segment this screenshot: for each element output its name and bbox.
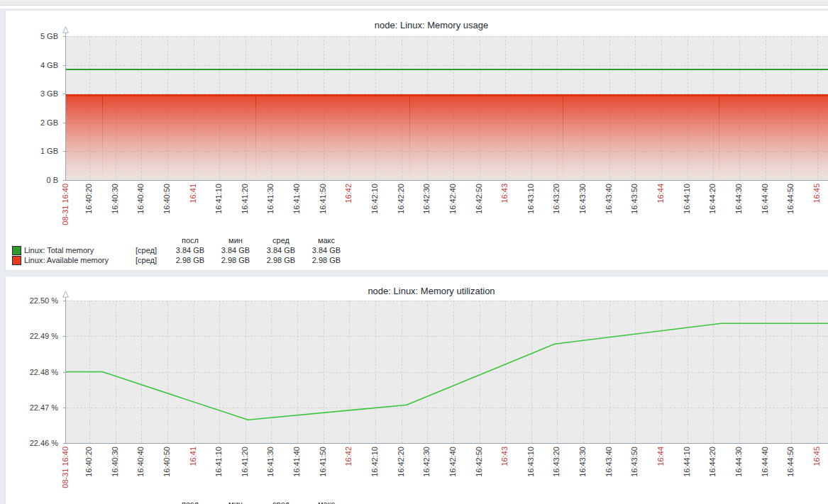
y-tick-label: 3 GB bbox=[6, 89, 58, 98]
x-tick-label: 16:45 bbox=[812, 184, 822, 203]
y-axis-tick bbox=[63, 36, 66, 37]
graph-widget-memory-utilization: node: Linux: Memory utilization послминс… bbox=[5, 276, 828, 504]
page-top-strip bbox=[0, 6, 828, 9]
x-tick-label: 16:42:50 bbox=[475, 184, 484, 214]
y-tick-label: 5 GB bbox=[6, 32, 58, 40]
chart-title: node: Linux: Memory usage bbox=[6, 20, 828, 30]
legend-value: 3.84 GB bbox=[213, 246, 258, 254]
x-tick-label: 16:44 bbox=[656, 447, 666, 466]
legend: послминсредмакс bbox=[6, 499, 828, 504]
y-tick-label: 22.49 % bbox=[6, 332, 58, 340]
x-tick-label: 16:44:50 bbox=[786, 447, 795, 477]
legend-value: 3.84 GB bbox=[167, 246, 213, 254]
legend-header-row: послминсредмакс bbox=[6, 235, 828, 245]
x-tick-label: 16:41:40 bbox=[292, 184, 302, 214]
x-tick-label: 16:44:30 bbox=[734, 184, 744, 214]
x-tick-label: 16:43:50 bbox=[630, 184, 639, 214]
y-axis-tick bbox=[63, 408, 66, 408]
y-axis-tick bbox=[63, 301, 66, 301]
x-tick-label: 16:41:20 bbox=[241, 184, 250, 214]
legend-column-header: посл bbox=[167, 500, 213, 504]
x-tick-label: 16:42 bbox=[344, 184, 353, 203]
legend-header-row: послминсредмакс bbox=[6, 499, 828, 504]
x-tick-label: 16:42:40 bbox=[448, 184, 458, 214]
x-tick-label: 16:41 bbox=[189, 447, 198, 466]
x-tick-label: 16:42 bbox=[344, 447, 353, 466]
x-tick-label: 16:42:50 bbox=[475, 447, 484, 477]
x-tick-label: 16:44:20 bbox=[708, 184, 717, 214]
plot-area[interactable] bbox=[66, 301, 828, 443]
x-tick-label: 16:41:40 bbox=[292, 447, 302, 477]
x-tick-label: 16:41:20 bbox=[241, 447, 250, 477]
x-tick-label: 16:43:30 bbox=[578, 184, 587, 214]
x-tick-label: 16:44:10 bbox=[683, 447, 692, 477]
legend-column-header: посл bbox=[167, 236, 213, 245]
x-tick-label: 16:44:40 bbox=[761, 184, 770, 214]
legend-value: 3.84 GB bbox=[258, 246, 304, 254]
x-tick-label: 16:44:20 bbox=[708, 447, 717, 477]
x-tick-label: 16:40:50 bbox=[162, 447, 172, 477]
legend-series-name: Linux: Total memory bbox=[24, 246, 136, 254]
legend-column-header: макс bbox=[304, 236, 349, 245]
x-tick-label: 16:40:20 bbox=[84, 184, 94, 214]
y-axis-tick bbox=[63, 336, 66, 337]
y-axis-tick bbox=[63, 180, 66, 181]
x-tick-label: 16:42:30 bbox=[422, 447, 431, 477]
y-axis-tick bbox=[63, 65, 66, 66]
y-axis-tick bbox=[63, 94, 66, 94]
x-tick-label: 16:44:30 bbox=[734, 447, 744, 477]
x-tick-label: 16:40:30 bbox=[111, 184, 120, 214]
x-tick-label: 16:42:10 bbox=[370, 447, 380, 477]
x-tick-label: 16:43:30 bbox=[578, 447, 587, 477]
y-axis-arrow-icon bbox=[62, 26, 69, 33]
x-tick-label: 16:41:50 bbox=[319, 184, 328, 214]
y-axis-tick bbox=[63, 123, 66, 123]
x-tick-label: 16:44:40 bbox=[761, 447, 770, 477]
x-tick-label: 16:40:50 bbox=[162, 184, 172, 214]
legend-row: Linux: Available memory[сред]2.98 GB2.98… bbox=[6, 255, 828, 265]
plot-area[interactable] bbox=[66, 36, 828, 180]
legend-color-swatch bbox=[12, 246, 21, 255]
y-axis-arrow-icon bbox=[62, 291, 69, 298]
legend-column-header: макс bbox=[304, 500, 349, 504]
x-tick-label: 16:43:20 bbox=[552, 447, 561, 477]
area-segment-boundary bbox=[719, 96, 719, 180]
legend-value: 2.98 GB bbox=[167, 256, 213, 264]
x-tick-label: 16:42:20 bbox=[397, 447, 406, 477]
area-segment-boundary bbox=[102, 96, 103, 180]
area-segment-boundary bbox=[409, 96, 410, 180]
legend-value: 2.98 GB bbox=[213, 256, 258, 264]
y-tick-label: 22.48 % bbox=[6, 368, 58, 376]
x-tick-label: 16:42:10 bbox=[370, 184, 380, 214]
x-tick-label: 16:45 bbox=[812, 447, 822, 466]
x-tick-label: 16:43:40 bbox=[605, 184, 614, 214]
x-tick-label: 16:44:50 bbox=[786, 184, 795, 214]
graph-widget-memory-usage: node: Linux: Memory usage послминсредмак… bbox=[5, 10, 828, 271]
legend: послминсредмаксLinux: Total memory[сред]… bbox=[6, 235, 828, 265]
x-tick-label: 16:43:50 bbox=[630, 447, 639, 477]
legend-color-swatch bbox=[12, 256, 21, 265]
y-axis-tick bbox=[63, 151, 66, 152]
x-tick-label: 16:41 bbox=[189, 184, 198, 203]
legend-value: 3.84 GB bbox=[304, 246, 349, 254]
x-tick-label: 16:41:50 bbox=[319, 447, 328, 477]
legend-value: 2.98 GB bbox=[258, 256, 304, 264]
x-tick-label: 16:43:40 bbox=[605, 447, 614, 477]
y-tick-label: 4 GB bbox=[6, 61, 58, 69]
zabbix-dashboard-page: { "page": { "background": "#E9EDF1", "ch… bbox=[0, 0, 828, 504]
x-tick-label: 16:42:40 bbox=[448, 447, 458, 477]
memory-usage-chart: node: Linux: Memory usage послминсредмак… bbox=[6, 11, 828, 270]
chart-title: node: Linux: Memory utilization bbox=[6, 286, 828, 296]
x-axis-line bbox=[65, 443, 828, 444]
x-tick-label: 16:42:30 bbox=[422, 184, 431, 214]
legend-aggregation: [сред] bbox=[136, 246, 167, 254]
x-tick-label: 16:43:20 bbox=[552, 184, 561, 214]
x-tick-label: 16:41:30 bbox=[266, 447, 275, 477]
area-segment-boundary bbox=[563, 96, 563, 180]
y-axis-line bbox=[65, 295, 66, 443]
y-tick-label: 0 B bbox=[6, 176, 58, 184]
y-axis-line bbox=[65, 30, 66, 180]
legend-value: 2.98 GB bbox=[304, 256, 349, 264]
legend-series-name: Linux: Available memory bbox=[24, 256, 136, 264]
x-tick-label: 08-31 16:40 bbox=[61, 184, 70, 225]
